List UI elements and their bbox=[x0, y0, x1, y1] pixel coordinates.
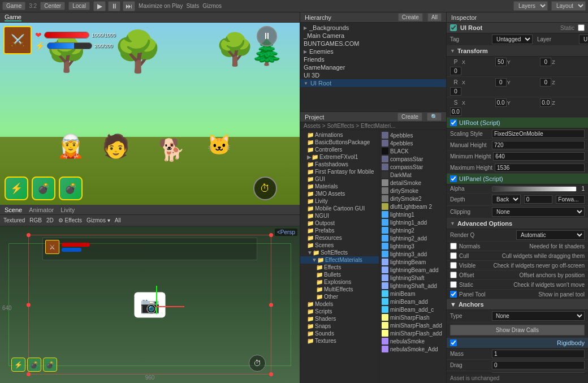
asset-minibeamaddc[interactable]: miniBeam_add_c bbox=[379, 305, 446, 313]
hier-item-friends[interactable]: Friends bbox=[300, 55, 446, 63]
normals-checkbox[interactable] bbox=[450, 243, 457, 249]
max-height-val[interactable] bbox=[495, 163, 585, 172]
livity-tab[interactable]: Livity bbox=[60, 206, 75, 213]
asset-lightningshaft[interactable]: lightningShaft bbox=[379, 274, 446, 282]
asset-darkmat[interactable]: DarkMat bbox=[379, 171, 446, 179]
scaling-style-val[interactable] bbox=[492, 130, 585, 138]
hierarchy-create-btn[interactable]: Create bbox=[398, 13, 423, 21]
asset-minisharpflash[interactable]: miniSharpFlash bbox=[379, 313, 446, 321]
hier-item-backgrounds[interactable]: ▶ _Backgrounds bbox=[300, 24, 446, 32]
show-draw-calls-btn[interactable]: Show Draw Calls bbox=[450, 325, 585, 335]
rot-x[interactable] bbox=[495, 78, 507, 87]
asset-lightning2[interactable]: lightning2 bbox=[379, 226, 446, 234]
step-button[interactable]: ⏭ bbox=[123, 1, 135, 11]
folder-effects[interactable]: 📁Effects bbox=[300, 264, 379, 271]
hier-item-enemies[interactable]: ▶ Enemies bbox=[300, 48, 446, 55]
project-create-btn[interactable]: Create bbox=[397, 113, 422, 121]
center-btn[interactable]: Center bbox=[40, 2, 65, 10]
gizmos-label[interactable]: Gizmos bbox=[202, 3, 222, 9]
mass-val[interactable] bbox=[492, 350, 585, 358]
asset-dirtysmoke[interactable]: dirtySmoke bbox=[379, 187, 446, 195]
folder-multieffects[interactable]: 📁MultiEffects bbox=[300, 286, 379, 293]
cull-checkbox[interactable] bbox=[450, 252, 457, 259]
asset-compassstar2[interactable]: compassStar bbox=[379, 163, 446, 171]
pause-button[interactable]: ⏸ bbox=[108, 1, 120, 11]
advanced-section[interactable]: ▼ Advanced Options bbox=[447, 218, 588, 229]
folder-prefabs[interactable]: 📁Prefabs bbox=[300, 227, 379, 234]
game-tab[interactable]: Game bbox=[5, 14, 21, 21]
asset-dirtysmoke2[interactable]: dirtySmoke2 bbox=[379, 195, 446, 203]
asset-minibeam[interactable]: miniBeam bbox=[379, 290, 446, 298]
uipanel-script-section[interactable]: UIPanel (Script) bbox=[447, 174, 588, 184]
folder-mobilecartoon[interactable]: 📁Mobile Cartoon GUI bbox=[300, 205, 379, 212]
type-select[interactable]: None bbox=[492, 311, 585, 321]
uiroot-checkbox[interactable] bbox=[450, 119, 457, 126]
asset-lightningbeam[interactable]: lightningBeam bbox=[379, 258, 446, 266]
layer-select[interactable]: UI20 bbox=[579, 35, 588, 44]
play-button[interactable]: ▶ bbox=[93, 1, 106, 11]
timer-btn[interactable]: ⏱ bbox=[253, 177, 277, 200]
scale-x[interactable] bbox=[495, 98, 507, 107]
asset-lightning3add[interactable]: lightning3_add bbox=[379, 250, 446, 258]
game-tab-btn[interactable]: Game bbox=[2, 2, 25, 10]
scene-canvas[interactable]: 📷 ⚔ ⚡ 💣 💣 bbox=[0, 226, 300, 383]
folder-explosions[interactable]: 📁Explosions bbox=[300, 278, 379, 286]
asset-minisharpflashadd2[interactable]: miniSharpFlash_add bbox=[379, 329, 446, 337]
folder-outpost[interactable]: 📁Outpost bbox=[300, 220, 379, 227]
depth-forward[interactable] bbox=[556, 195, 585, 204]
asset-lightning1[interactable]: lightning1 bbox=[379, 210, 446, 218]
paneltool-checkbox[interactable] bbox=[450, 291, 457, 298]
asset-detailsmoke[interactable]: detailSmoke bbox=[379, 179, 446, 187]
project-search-btn[interactable]: 🔍 bbox=[427, 113, 442, 121]
tag-select[interactable]: Untagged bbox=[492, 35, 533, 44]
folder-basicbuttons[interactable]: 📁BasicButtonsPackage bbox=[300, 139, 379, 146]
folder-softeffects[interactable]: ▼📁SoftEffects bbox=[300, 249, 379, 256]
asset-lightningshaftadd[interactable]: lightningShaft_add bbox=[379, 282, 446, 290]
skill-btn-2[interactable]: 💣 bbox=[32, 177, 55, 200]
static-cb[interactable] bbox=[450, 281, 457, 288]
folder-gui[interactable]: 📁GUI bbox=[300, 175, 379, 183]
folder-other[interactable]: 📁Other bbox=[300, 293, 379, 300]
skill-btn-1[interactable]: ⚡ bbox=[5, 177, 28, 200]
alpha-slider[interactable] bbox=[492, 186, 577, 192]
folder-scenes[interactable]: 📁Scenes bbox=[300, 242, 379, 249]
folder-controllers[interactable]: 📁Controllers bbox=[300, 146, 379, 153]
rot-z[interactable] bbox=[450, 87, 461, 96]
object-enabled-checkbox[interactable] bbox=[450, 24, 457, 31]
hier-item-ui3d[interactable]: UI 3D bbox=[300, 71, 446, 79]
pos-x[interactable] bbox=[495, 58, 507, 66]
textured-btn[interactable]: Textured bbox=[3, 217, 25, 223]
pause-button-ingame[interactable]: ⏸ bbox=[257, 26, 277, 46]
hier-item-camera[interactable]: _Main Camera bbox=[300, 32, 446, 40]
folder-materials[interactable]: 📁Materials bbox=[300, 183, 379, 190]
rgb-btn[interactable]: RGB bbox=[29, 217, 42, 223]
local-btn[interactable]: Local bbox=[68, 2, 90, 10]
folder-models[interactable]: 📁Models bbox=[300, 300, 379, 308]
offset-checkbox[interactable] bbox=[450, 272, 457, 278]
folder-snaps[interactable]: 📁Snaps bbox=[300, 322, 379, 330]
asset-black[interactable]: BLACK bbox=[379, 147, 446, 155]
2d-btn[interactable]: 2D bbox=[46, 217, 54, 223]
folder-scripts[interactable]: 📁Scripts bbox=[300, 308, 379, 315]
asset-4pebbles1[interactable]: 4pebbles bbox=[379, 131, 446, 139]
folder-shaders[interactable]: 📁Shaders bbox=[300, 315, 379, 322]
asset-minibeamadd[interactable]: miniBeam_add bbox=[379, 298, 446, 305]
asset-4pebbles2[interactable]: 4pebbles bbox=[379, 139, 446, 147]
static-checkbox[interactable] bbox=[578, 24, 585, 31]
pos-y[interactable] bbox=[540, 58, 551, 66]
renderq-select[interactable]: Automatic bbox=[516, 230, 585, 240]
asset-lightningbeamadd[interactable]: lightningBeam_add bbox=[379, 266, 446, 274]
scale-y[interactable] bbox=[540, 98, 551, 107]
asset-lightning3[interactable]: lightning3 bbox=[379, 242, 446, 250]
asset-compassstar1[interactable]: compassStar bbox=[379, 155, 446, 163]
folder-sounds[interactable]: 📁Sounds bbox=[300, 330, 379, 337]
scale-z[interactable] bbox=[450, 107, 461, 116]
folder-ngui[interactable]: 📁NGUI bbox=[300, 212, 379, 220]
hier-item-uiroot[interactable]: ▼ UI Root bbox=[300, 79, 446, 87]
folder-jmo[interactable]: 📁JMO Assets bbox=[300, 190, 379, 197]
folder-extremefx[interactable]: ▶📁ExtremeFXvol1 bbox=[300, 153, 379, 161]
layout-select[interactable]: Layout bbox=[551, 1, 586, 11]
hier-item-gamemanager[interactable]: GameManager bbox=[300, 63, 446, 71]
folder-resources[interactable]: 📁Resources bbox=[300, 234, 379, 242]
depth-select[interactable]: Back bbox=[492, 195, 521, 204]
